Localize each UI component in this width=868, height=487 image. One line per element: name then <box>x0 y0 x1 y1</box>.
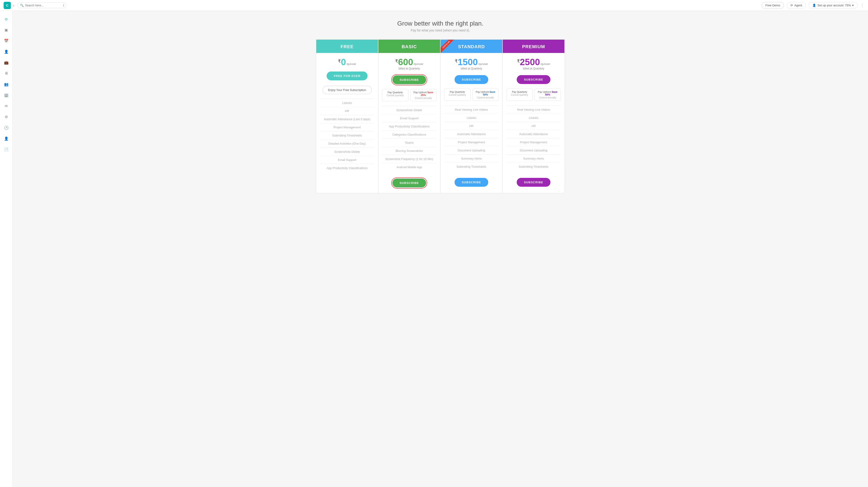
price-unit-standard: /qu/user <box>478 62 488 66</box>
sidebar-item-teams[interactable]: 👥 <box>2 80 11 89</box>
billing-upfront-basic[interactable]: Pay Upfront Save 25% Commit annually <box>410 89 437 102</box>
currency-premium: ₹ <box>517 58 520 64</box>
billing-quarterly-premium[interactable]: Pay Quarterly Commit quarterly <box>506 88 533 101</box>
subscribe-bottom-wrapper-premium: SUBSCRIBE <box>517 172 551 192</box>
sidebar-item-clock[interactable]: 🕐 <box>2 123 11 132</box>
plan-price-section-premium: ₹ 2500 /qu/user billed at Quarterly <box>503 53 564 73</box>
feature-item: Submitting Timesheets <box>506 163 561 171</box>
sidebar-item-mail[interactable]: ✉ <box>2 102 11 110</box>
more-icon[interactable]: ⋮ <box>860 3 864 8</box>
chevron-down-icon: ▾ <box>852 4 854 7</box>
feature-item: HR <box>444 122 499 130</box>
currency-free: ₹ <box>338 58 341 64</box>
app-logo[interactable]: C <box>4 2 11 9</box>
billing-quarterly-standard[interactable]: Pay Quarterly Commit quarterly <box>444 88 471 101</box>
feature-item: Leaves <box>444 114 499 122</box>
page-title: Grow better with the right plan. <box>26 20 855 27</box>
briefcase-icon: 💼 <box>4 60 8 65</box>
feature-item: Email Support <box>382 114 436 122</box>
sidebar-item-org[interactable]: 🏢 <box>2 90 11 99</box>
feature-item: Summary Alerts <box>444 154 499 163</box>
subscribe-highlighted-bottom: SUBSCRIBE <box>391 177 428 189</box>
feature-item: Categories Classifications <box>382 130 436 139</box>
price-amount-standard: 1500 <box>458 57 478 66</box>
feature-item: Document Uploading <box>444 146 499 154</box>
feature-item: App Productivity Classifications <box>382 122 436 130</box>
price-unit-free: /qu/user <box>346 62 356 66</box>
feature-item: Blurring Screenshots <box>382 147 436 155</box>
sidebar-item-briefcase[interactable]: 💼 <box>2 58 11 67</box>
plan-price-basic: ₹ 600 /qu/user <box>382 57 436 66</box>
plan-price-section-basic: ₹ 600 /qu/user billed at Quarterly <box>378 53 440 73</box>
feature-item: Android Mobile App <box>382 163 436 171</box>
price-amount-free: 0 <box>341 57 346 66</box>
subscribe-button-premium-bottom[interactable]: SUBSCRIBE <box>517 178 551 187</box>
subscribe-button-standard-bottom[interactable]: SUBSCRIBE <box>455 178 489 187</box>
mail-icon: ✉ <box>5 104 8 108</box>
expand-icon[interactable]: » <box>13 4 14 7</box>
free-demo-button[interactable]: Free Demo <box>762 2 784 8</box>
person-icon: 👤 <box>4 137 8 141</box>
teams-icon: 👥 <box>4 82 8 86</box>
setup-account-button[interactable]: 👤 Set up your account 75% ▾ <box>809 2 858 8</box>
subscribe-button-premium-top[interactable]: SUBSCRIBE <box>517 75 551 84</box>
agent-button[interactable]: ⟳ Agent <box>786 2 806 8</box>
nav-right: Free Demo ⟳ Agent 👤 Set up your account … <box>762 2 864 8</box>
plan-card-free: FREE ₹ 0 /qu/user FREE FOR EVER Enjoy Yo… <box>316 39 378 193</box>
feature-item: Teams <box>382 139 436 147</box>
sidebar-item-dashboard[interactable]: ⊙ <box>2 15 11 24</box>
subscribe-bottom-wrapper-standard: SUBSCRIBE <box>455 172 489 192</box>
feature-item: Automatic Attendance <box>444 130 499 138</box>
plan-card-basic: BASIC ₹ 600 /qu/user billed at Quarterly… <box>378 39 440 193</box>
feature-item: Submitting Timesheets <box>444 163 499 171</box>
subscribe-button-standard-top[interactable]: SUBSCRIBE <box>455 75 489 84</box>
sidebar-item-document[interactable]: 📄 <box>2 145 11 154</box>
feature-item: Document Uploading <box>506 146 561 154</box>
billing-upfront-standard[interactable]: Pay Upfront Save 50% Commit annually <box>472 88 499 101</box>
feature-item: Email Support <box>320 156 374 164</box>
plan-price-premium: ₹ 2500 /qu/user <box>506 57 561 66</box>
billing-quarterly-basic[interactable]: Pay Quarterly Commit quarterly <box>382 89 408 102</box>
price-unit-premium: /qu/user <box>540 62 550 66</box>
plan-price-free: ₹ 0 /qu/user <box>320 57 374 66</box>
standard-features-list: Real Viewing Live Videos Leaves HR Autom… <box>440 104 502 172</box>
feature-item: Automatic Attendance <box>506 130 561 138</box>
currency-standard: ₹ <box>455 58 458 64</box>
billing-upfront-premium[interactable]: Pay Upfront Save 50% Commit annually <box>535 88 561 101</box>
sidebar-item-desktop[interactable]: 🖥 <box>2 69 11 78</box>
search-input[interactable] <box>25 4 61 7</box>
top-navigation: C » 🔍 ℹ Free Demo ⟳ Agent 👤 Set up your … <box>0 0 868 11</box>
feature-item: Submitting Timesheets <box>320 131 374 139</box>
user-icon: 👤 <box>812 4 816 7</box>
search-bar[interactable]: 🔍 ℹ <box>17 2 67 8</box>
popular-badge-wrapper: POPULAR <box>440 39 454 53</box>
org-icon: 🏢 <box>4 93 8 97</box>
feature-item: Detailed Activities (One Day) <box>320 139 374 147</box>
pricing-grid: FREE ₹ 0 /qu/user FREE FOR EVER Enjoy Yo… <box>316 39 565 193</box>
plan-header-free: FREE <box>316 39 378 53</box>
billed-standard: billed at Quarterly <box>444 67 499 70</box>
free-forever-button[interactable]: FREE FOR EVER <box>327 71 368 80</box>
subscribe-bottom-wrapper-basic: SUBSCRIBE <box>391 173 428 193</box>
feature-item: Project Management <box>444 138 499 146</box>
sidebar-item-calendar[interactable]: 📅 <box>2 36 11 45</box>
feature-item: Leaves <box>320 99 374 107</box>
sidebar-item-user[interactable]: 👤 <box>2 47 11 56</box>
billed-basic: billed at Quarterly <box>382 67 436 70</box>
sidebar-item-person[interactable]: 👤 <box>2 134 11 143</box>
subscribe-button-basic-bottom[interactable]: SUBSCRIBE <box>393 178 426 188</box>
feature-item: App Productivity Classifications <box>320 164 374 172</box>
sidebar-item-monitor[interactable]: ▣ <box>2 25 11 34</box>
billing-options-standard: Pay Quarterly Commit quarterly Pay Upfro… <box>440 87 502 104</box>
feature-item: Project Management <box>506 138 561 146</box>
popular-badge-clip: POPULAR <box>440 39 454 53</box>
plan-price-section-standard: ₹ 1500 /qu/user billed at Quarterly <box>440 53 502 73</box>
plan-card-standard: POPULAR STANDARD ₹ 1500 /qu/user billed … <box>440 39 502 193</box>
plan-price-standard: ₹ 1500 /qu/user <box>444 57 499 66</box>
monitor-icon: ▣ <box>4 28 8 32</box>
subscribe-button-basic-top[interactable]: SUBSCRIBE <box>393 75 426 84</box>
plan-price-section-free: ₹ 0 /qu/user <box>316 53 378 69</box>
sidebar-item-settings[interactable]: ⚙ <box>2 112 11 121</box>
feature-item: Automatic Attendance (Last 5 days) <box>320 115 374 123</box>
enjoy-free-button[interactable]: Enjoy Your Free Subscription <box>322 86 372 94</box>
